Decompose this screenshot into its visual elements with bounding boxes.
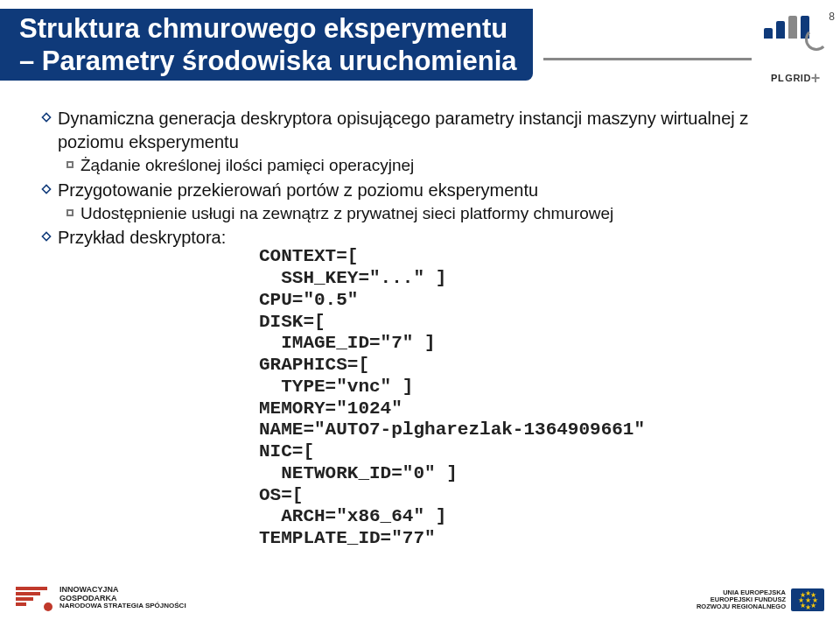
slide-title: Struktura chmurowego eksperymentu – Para…	[0, 9, 533, 81]
plgrid-logo-area: PL GRID+	[752, 16, 840, 86]
diamond-bullet-icon	[40, 230, 52, 243]
title-divider	[543, 58, 752, 60]
code-line: CPU="0.5"	[259, 290, 805, 312]
bullet-2-text: Przygotowanie przekierowań portów z pozi…	[58, 179, 538, 202]
code-line: SSH_KEY="..." ]	[259, 268, 805, 290]
title-line-2: – Parametry środowiska uruchomienia	[19, 45, 517, 77]
slide-footer: INNOWACYJNA GOSPODARKA NARODOWA STRATEGI…	[0, 585, 840, 611]
code-line: NIC=[	[259, 441, 805, 463]
bullet-3-text: Przykład deskryptora:	[58, 226, 226, 250]
code-line: MEMORY="1024"	[259, 398, 805, 420]
footer-right-logo: UNIA EUROPEJSKA EUROPEJSKI FUNDUSZ ROZWO…	[696, 588, 824, 611]
title-line-1: Struktura chmurowego eksperymentu	[19, 12, 517, 45]
plgrid-logo-label: PL GRID+	[771, 67, 821, 86]
descriptor-code-block: CONTEXT=[ SSH_KEY="..." ] CPU="0.5" DISK…	[259, 246, 805, 550]
code-line: TEMPLATE_ID="77"	[259, 528, 805, 550]
bullet-2-sub-1-text: Udostępnienie usługi na zewnątrz z prywa…	[80, 202, 613, 225]
slide-content: Dynamiczna generacja deskryptora opisują…	[0, 86, 840, 550]
code-line: TYPE="vnc" ]	[259, 377, 805, 398]
code-line: GRAPHICS=[	[259, 355, 805, 377]
footer-left-logo: INNOWACYJNA GOSPODARKA NARODOWA STRATEGI…	[16, 585, 186, 611]
bullet-2-sub-1: Udostępnienie usługi na zewnątrz z prywa…	[66, 202, 805, 225]
square-bullet-icon	[66, 209, 74, 216]
bullet-1: Dynamiczna generacja deskryptora opisują…	[40, 107, 805, 154]
code-line: NETWORK_ID="0" ]	[259, 463, 805, 485]
bullet-1-sub-1-text: Żądanie określonej ilości pamięci operac…	[80, 154, 414, 177]
diamond-bullet-icon	[40, 183, 52, 195]
code-line: IMAGE_ID="7" ]	[259, 333, 805, 355]
footer-left-text: INNOWACYJNA GOSPODARKA NARODOWA STRATEGI…	[60, 586, 186, 611]
code-line: CONTEXT=[	[259, 246, 805, 268]
innowacyjna-gospodarka-icon	[16, 585, 54, 611]
bullet-1-sub-1: Żądanie określonej ilości pamięci operac…	[66, 154, 805, 177]
code-line: DISK=[	[259, 312, 805, 334]
bullet-1-text: Dynamiczna generacja deskryptora opisują…	[58, 107, 805, 154]
plgrid-logo-icon	[759, 16, 833, 65]
title-bar: Struktura chmurowego eksperymentu – Para…	[0, 0, 840, 86]
diamond-bullet-icon	[40, 111, 52, 123]
code-line: NAME="AUTO7-plgharezlak-1364909661"	[259, 419, 805, 441]
eu-flag-icon	[791, 588, 824, 611]
code-line: ARCH="x86_64" ]	[259, 506, 805, 528]
bullet-2: Przygotowanie przekierowań portów z pozi…	[40, 179, 805, 202]
footer-right-text: UNIA EUROPEJSKA EUROPEJSKI FUNDUSZ ROZWO…	[696, 589, 786, 611]
code-line: OS=[	[259, 485, 805, 507]
square-bullet-icon	[66, 161, 74, 168]
